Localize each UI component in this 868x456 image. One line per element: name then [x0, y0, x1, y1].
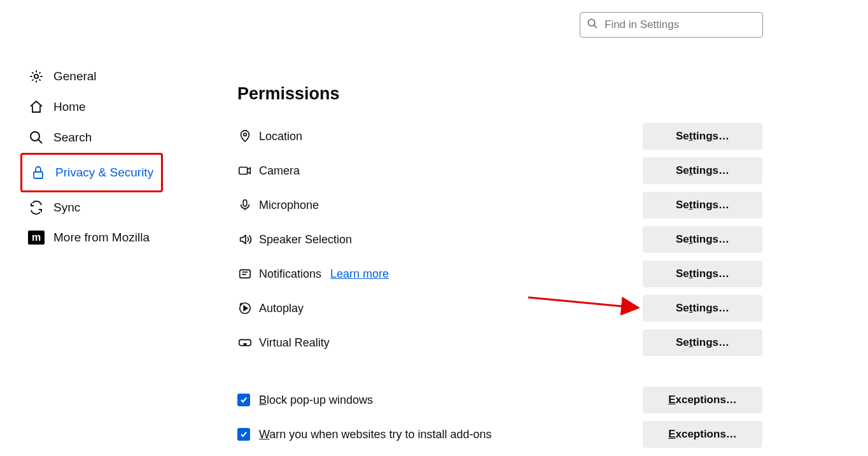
sidebar-item-label: Home: [53, 100, 86, 114]
settings-search-input[interactable]: [603, 18, 756, 32]
notifications-icon: [237, 266, 253, 281]
svg-rect-5: [34, 172, 43, 178]
permission-row-notifications: Notifications Learn more Settings…: [237, 257, 762, 291]
popup-block-row: Block pop-up windows Exceptions…: [237, 383, 762, 417]
microphone-settings-button[interactable]: Settings…: [643, 192, 762, 218]
svg-point-0: [588, 19, 595, 26]
permission-row-location: Location Settings…: [237, 119, 762, 153]
permission-label: Notifications: [259, 267, 321, 281]
permission-row-microphone: Microphone Settings…: [237, 188, 762, 222]
addon-warn-row: Warn you when websites try to install ad…: [237, 417, 762, 452]
sidebar-item-home[interactable]: Home: [20, 92, 163, 122]
section-title-permissions: Permissions: [237, 84, 762, 104]
lock-icon: [30, 165, 46, 180]
magnifier-icon: [28, 130, 45, 145]
permission-row-speaker: Speaker Selection Settings…: [237, 222, 762, 257]
permission-label: Speaker Selection: [259, 233, 352, 246]
checkbox-label: Block pop-up windows: [259, 394, 373, 407]
home-icon: [28, 99, 45, 115]
addon-exceptions-button[interactable]: Exceptions…: [643, 421, 762, 448]
settings-sidebar: General Home Search Privacy & Security: [20, 61, 163, 252]
speaker-icon: [237, 232, 253, 247]
permission-row-autoplay: Autoplay Settings…: [237, 291, 762, 325]
settings-search[interactable]: [580, 12, 763, 38]
camera-settings-button[interactable]: Settings…: [643, 157, 762, 184]
speaker-settings-button[interactable]: Settings…: [643, 226, 762, 253]
sidebar-item-label: Privacy & Security: [55, 166, 153, 180]
checkbox-label: Warn you when websites try to install ad…: [259, 428, 492, 441]
vr-settings-button[interactable]: Settings…: [643, 329, 762, 356]
svg-point-2: [34, 75, 38, 78]
permission-label: Camera: [259, 164, 300, 178]
svg-point-6: [244, 133, 247, 136]
svg-rect-8: [243, 200, 247, 206]
microphone-icon: [237, 197, 253, 213]
sync-icon: [28, 200, 45, 215]
search-icon: [587, 18, 598, 32]
sidebar-item-search[interactable]: Search: [20, 122, 163, 153]
gear-icon: [28, 69, 45, 84]
sidebar-item-sync[interactable]: Sync: [20, 192, 163, 223]
block-popups-checkbox[interactable]: [237, 394, 250, 406]
sidebar-item-label: General: [53, 69, 97, 83]
camera-icon: [237, 163, 253, 178]
permission-label: Microphone: [259, 199, 319, 212]
permission-row-camera: Camera Settings…: [237, 153, 762, 188]
popup-exceptions-button[interactable]: Exceptions…: [643, 387, 762, 413]
vr-icon: [237, 335, 253, 350]
svg-rect-9: [240, 270, 251, 278]
main-content: Permissions Location Settings… Camera Se…: [237, 84, 762, 452]
sidebar-item-more-mozilla[interactable]: m More from Mozilla: [20, 223, 163, 252]
permission-label: Location: [259, 130, 302, 143]
svg-rect-7: [239, 167, 248, 175]
autoplay-icon: [237, 301, 253, 316]
svg-point-3: [31, 132, 39, 141]
location-settings-button[interactable]: Settings…: [643, 123, 762, 150]
sidebar-item-privacy-security[interactable]: Privacy & Security: [20, 153, 163, 192]
warn-addons-checkbox[interactable]: [237, 428, 250, 441]
autoplay-settings-button[interactable]: Settings…: [643, 295, 762, 322]
sidebar-item-label: Search: [53, 131, 92, 145]
location-pin-icon: [237, 129, 253, 144]
sidebar-item-label: More from Mozilla: [53, 231, 150, 245]
mozilla-icon: m: [28, 231, 45, 245]
svg-line-1: [594, 25, 597, 28]
notifications-learn-more-link[interactable]: Learn more: [330, 267, 389, 281]
notifications-settings-button[interactable]: Settings…: [643, 260, 762, 287]
svg-line-4: [38, 139, 42, 143]
permission-label: Autoplay: [259, 302, 304, 315]
permission-row-vr: Virtual Reality Settings…: [237, 325, 762, 360]
permission-label: Virtual Reality: [259, 336, 330, 350]
sidebar-item-label: Sync: [53, 201, 80, 215]
sidebar-item-general[interactable]: General: [20, 61, 163, 92]
